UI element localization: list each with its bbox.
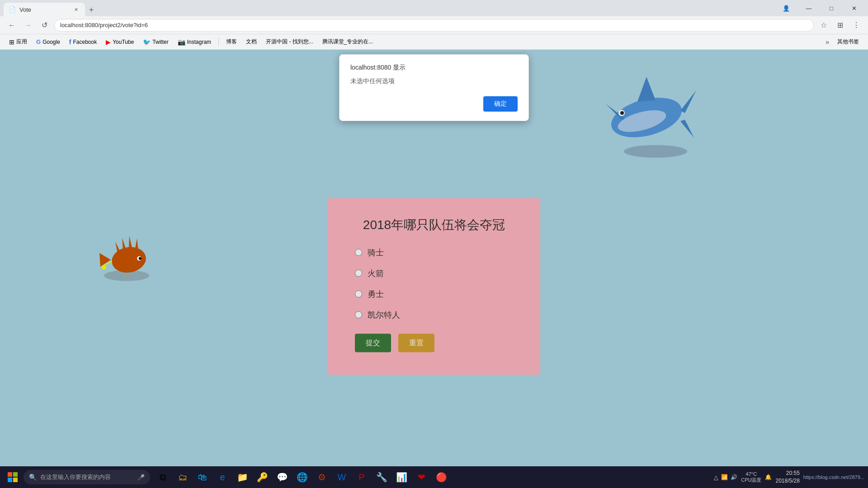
bookmark-facebook[interactable]: f Facebook — [66, 38, 100, 47]
forward-button[interactable]: → — [22, 19, 34, 32]
profile-button[interactable]: ⋮ — [850, 19, 863, 32]
facebook-icon: f — [69, 38, 71, 46]
bookmark-tencent-label: 腾讯课堂_专业的在... — [322, 38, 373, 46]
browser-tab[interactable]: 📄 Vote ✕ — [4, 3, 85, 16]
tab-close-button[interactable]: ✕ — [72, 6, 80, 13]
back-button[interactable]: ← — [5, 19, 18, 32]
svg-rect-23 — [13, 478, 18, 482]
bookmark-apps-label: 应用 — [16, 38, 27, 46]
taskbar-apps: ⧉ 🗂 🛍 e 📁 🔑 💬 🌐 ⚙ W P 🔧 📊 ❤ 🔴 — [154, 468, 450, 486]
url-text: localhost:8080/project2/vote?id=6 — [60, 22, 148, 28]
bookmarks-more-button[interactable]: » — [823, 38, 832, 47]
bookmark-instagram[interactable]: 📷 Instagram — [174, 38, 215, 47]
alert-dialog: localhost:8080 显示 未选中任何选项 确定 — [339, 54, 529, 121]
cpu-temp-value: 47°C — [741, 471, 761, 477]
instagram-icon: 📷 — [178, 38, 185, 46]
tab-area: 📄 Vote ✕ + — [4, 0, 772, 16]
tab-title: Vote — [19, 6, 31, 13]
cpu-temp-display: 47°C CPU温度 — [741, 471, 761, 483]
close-button[interactable]: ✕ — [844, 0, 864, 16]
taskbar-explorer-button[interactable]: 🗂 — [174, 468, 192, 486]
youtube-icon: ▶ — [106, 38, 111, 46]
cpu-temp-label: CPU温度 — [741, 477, 761, 483]
svg-rect-22 — [8, 478, 12, 482]
address-bar: ← → ↺ localhost:8080/project2/vote?id=6 … — [0, 16, 868, 34]
taskbar-password-button[interactable]: 🔑 — [253, 468, 271, 486]
minimize-button[interactable]: — — [798, 0, 819, 16]
taskbar-tool2-button[interactable]: W — [333, 468, 351, 486]
taskbar-tool3-button[interactable]: P — [353, 468, 371, 486]
bookmark-apps[interactable]: ⊞ 应用 — [5, 37, 31, 47]
search-icon: 🔍 — [29, 474, 37, 481]
taskbar-store-button[interactable]: 🛍 — [193, 468, 212, 486]
bookmark-docs-label: 文档 — [246, 38, 257, 46]
dialog-message: 未选中任何选项 — [350, 77, 518, 85]
notification-area: 🔔 — [765, 474, 772, 480]
taskbar-right: △ 📶 🔊 47°C CPU温度 🔔 20:55 2018/5/28 https… — [714, 469, 864, 485]
taskbar-search-bar[interactable]: 🔍 在这里输入你要搜索的内容 🎤 — [24, 470, 150, 484]
dialog-buttons: 确定 — [350, 96, 518, 112]
taskbar-files-button[interactable]: 📁 — [233, 468, 251, 486]
taskbar-tool7-button[interactable]: 🔴 — [432, 468, 450, 486]
dialog-title: localhost:8080 显示 — [350, 64, 518, 72]
bookmark-osc[interactable]: 开源中国 - 找到您... — [262, 37, 317, 47]
google-icon: G — [36, 38, 41, 45]
system-tray: △ 📶 🔊 — [714, 474, 737, 481]
taskbar-search-text: 在这里输入你要搜索的内容 — [40, 473, 111, 481]
windows-logo-icon — [8, 472, 18, 482]
bookmarks-divider — [218, 38, 219, 46]
taskbar: 🔍 在这里输入你要搜索的内容 🎤 ⧉ 🗂 🛍 e 📁 🔑 💬 🌐 ⚙ W P 🔧… — [0, 466, 868, 488]
bookmark-tencent[interactable]: 腾讯课堂_专业的在... — [319, 37, 377, 47]
maximize-button[interactable]: □ — [821, 0, 842, 16]
bookmark-google[interactable]: G Google — [33, 38, 64, 46]
tray-volume-icon[interactable]: 🔊 — [731, 474, 737, 480]
bookmark-youtube[interactable]: ▶ YouTube — [102, 38, 137, 47]
taskbar-tool1-button[interactable]: ⚙ — [313, 468, 331, 486]
clock-date: 2018/5/28 — [775, 477, 799, 485]
taskbar-chrome-button[interactable]: 🌐 — [293, 468, 311, 486]
url-bar[interactable]: localhost:8080/project2/vote?id=6 — [54, 19, 814, 32]
tab-icon: 📄 — [9, 6, 16, 13]
bookmark-facebook-label: Facebook — [73, 39, 97, 45]
dialog-overlay: localhost:8080 显示 未选中任何选项 确定 — [0, 50, 868, 488]
taskbar-clock[interactable]: 20:55 2018/5/28 — [775, 469, 799, 485]
bookmark-youtube-label: YouTube — [113, 39, 134, 45]
taskbar-tool6-button[interactable]: ❤ — [412, 468, 430, 486]
bookmark-star-button[interactable]: ☆ — [817, 19, 830, 32]
bookmark-instagram-label: Instagram — [187, 39, 211, 45]
window-controls: 👤 — □ ✕ — [776, 0, 864, 16]
bookmark-docs[interactable]: 文档 — [242, 37, 260, 47]
bookmark-google-label: Google — [42, 39, 60, 45]
taskbar-notify-icon1[interactable]: 🔔 — [765, 474, 772, 480]
start-button[interactable] — [4, 468, 22, 486]
title-bar: 📄 Vote ✕ + 👤 — □ ✕ — [0, 0, 868, 16]
reload-button[interactable]: ↺ — [38, 19, 51, 32]
browser-window: 📄 Vote ✕ + 👤 — □ ✕ ← → ↺ localhost:8080/… — [0, 0, 868, 488]
bookmark-blog-label: 博客 — [226, 38, 237, 46]
bookmark-other[interactable]: 其他书签 — [834, 37, 863, 47]
user-profile-button[interactable]: 👤 — [776, 0, 797, 16]
mic-icon: 🎤 — [137, 474, 145, 481]
taskbar-url-display: https://blog.csdn.net/2879... — [803, 474, 864, 480]
bookmark-twitter-label: Twitter — [152, 39, 168, 45]
bookmark-other-label: 其他书签 — [837, 38, 859, 46]
page-content: 2018年哪只队伍将会夺冠 骑士 火箭 勇士 凯尔特人 提交 重置 — [0, 50, 868, 488]
taskbar-tool4-button[interactable]: 🔧 — [373, 468, 391, 486]
taskbar-wechat-button[interactable]: 💬 — [273, 468, 291, 486]
taskbar-tool5-button[interactable]: 📊 — [392, 468, 410, 486]
dialog-ok-button[interactable]: 确定 — [483, 96, 518, 112]
new-tab-button[interactable]: + — [85, 4, 98, 16]
clock-time: 20:55 — [775, 469, 799, 477]
tray-icon-1[interactable]: △ — [714, 474, 718, 481]
bookmark-osc-label: 开源中国 - 找到您... — [266, 38, 313, 46]
apps-icon: ⊞ — [9, 38, 14, 46]
twitter-icon: 🐦 — [143, 38, 151, 46]
svg-rect-20 — [8, 472, 12, 477]
bookmark-blog[interactable]: 博客 — [222, 37, 241, 47]
taskbar-view-button[interactable]: ⧉ — [154, 468, 172, 486]
tray-network-icon[interactable]: 📶 — [721, 474, 728, 480]
bookmarks-bar: ⊞ 应用 G Google f Facebook ▶ YouTube 🐦 Twi… — [0, 34, 868, 50]
extensions-button[interactable]: ⊞ — [834, 19, 846, 32]
bookmark-twitter[interactable]: 🐦 Twitter — [139, 38, 172, 47]
taskbar-edge-button[interactable]: e — [213, 468, 231, 486]
